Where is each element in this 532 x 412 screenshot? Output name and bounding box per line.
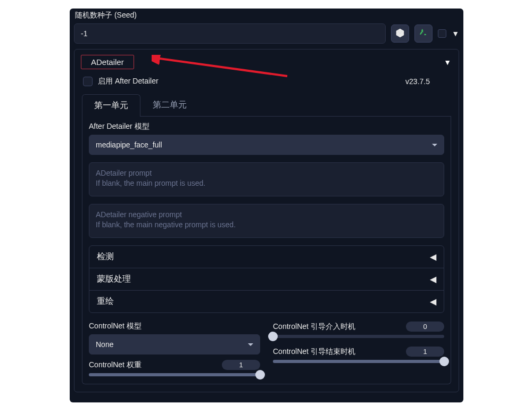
controlnet-guidance-end-value[interactable]: 1	[406, 347, 444, 357]
adetailer-negative-prompt-textarea[interactable]: ADetailer negative prompt If blank, the …	[89, 204, 444, 238]
controlnet-grid: ControlNet 模型 None ControlNet 权重 1	[89, 322, 444, 376]
accordion-inpaint[interactable]: 重绘 ◀	[89, 291, 444, 312]
svg-point-1	[400, 32, 401, 34]
enable-after-detailer-checkbox[interactable]	[83, 77, 93, 86]
adetailer-title: ADetailer	[81, 55, 134, 69]
accordion-mask-label: 蒙版处理	[97, 274, 131, 285]
seed-extras-toggle-icon[interactable]: ▼	[452, 29, 459, 38]
controlnet-model-block: ControlNet 模型 None ControlNet 权重 1	[89, 322, 260, 376]
adetailer-header[interactable]: ADetailer ▼	[79, 55, 454, 69]
seed-row: ▼	[72, 23, 461, 44]
svg-point-2	[398, 31, 399, 32]
caret-left-icon: ◀	[430, 274, 436, 284]
controlnet-model-select[interactable]: None	[89, 334, 260, 355]
tab-unit-2[interactable]: 第二单元	[140, 94, 199, 116]
controlnet-guidance-end-slider[interactable]	[273, 360, 444, 363]
chevron-down-icon	[248, 343, 253, 346]
model-label: After Detailer 模型	[89, 122, 444, 131]
adetailer-accordion: ADetailer ▼ 启用 After Detailer v23.7.5 第一…	[74, 49, 459, 392]
enable-row: 启用 After Detailer v23.7.5	[83, 77, 451, 86]
controlnet-guidance-start-label: ControlNet 引导介入时机	[273, 322, 355, 332]
adetailer-prompt-placeholder-2: If blank, the main prompt is used.	[96, 178, 437, 188]
collapse-icon: ▼	[444, 58, 451, 67]
reuse-seed-button[interactable]	[414, 24, 433, 43]
svg-point-3	[401, 31, 402, 32]
caret-left-icon: ◀	[430, 296, 436, 307]
seed-label: 随机数种子 (Seed)	[75, 11, 461, 20]
accordion-mask[interactable]: 蒙版处理 ◀	[89, 268, 444, 291]
controlnet-weight-value[interactable]: 1	[222, 360, 260, 370]
model-select-value: mediapipe_face_full	[96, 141, 162, 149]
controlnet-guidance-start-value[interactable]: 0	[406, 322, 444, 332]
settings-panel: 随机数种子 (Seed) ▼	[70, 9, 463, 402]
unit-1-body: After Detailer 模型 mediapipe_face_full AD…	[82, 117, 451, 384]
tab-unit-1[interactable]: 第一单元	[82, 94, 140, 117]
controlnet-guidance-block: ControlNet 引导介入时机 0 ControlNet 引导结束时机 1	[273, 322, 444, 376]
adetailer-prompt-placeholder-1: ADetailer prompt	[96, 168, 437, 178]
accordion-detection[interactable]: 检测 ◀	[89, 246, 444, 268]
dice-icon	[395, 28, 405, 39]
enable-after-detailer-label: 启用 After Detailer	[98, 77, 159, 86]
controlnet-model-label: ControlNet 模型	[89, 322, 142, 331]
adetailer-neg-prompt-placeholder-1: ADetailer negative prompt	[96, 210, 437, 220]
adetailer-prompt-textarea[interactable]: ADetailer prompt If blank, the main prom…	[89, 162, 444, 196]
controlnet-guidance-end-label: ControlNet 引导结束时机	[273, 347, 355, 357]
controlnet-guidance-start-slider[interactable]	[273, 335, 444, 338]
chevron-down-icon	[432, 144, 437, 146]
accordion-detection-label: 检测	[97, 251, 114, 262]
controlnet-model-value: None	[96, 340, 113, 349]
caret-left-icon: ◀	[430, 252, 436, 262]
randomize-seed-button[interactable]	[391, 24, 409, 43]
controlnet-weight-slider[interactable]	[89, 373, 260, 376]
seed-input[interactable]	[74, 23, 386, 44]
adetailer-version: v23.7.5	[405, 77, 430, 86]
accordion-inpaint-label: 重绘	[97, 296, 114, 307]
controlnet-weight-label: ControlNet 权重	[89, 360, 142, 370]
extra-seed-checkbox[interactable]	[438, 29, 446, 38]
model-select[interactable]: mediapipe_face_full	[89, 135, 444, 155]
recycle-icon	[419, 28, 428, 39]
adetailer-neg-prompt-placeholder-2: If blank, the main negative prompt is us…	[96, 220, 437, 230]
unit-tabs: 第一单元 第二单元	[82, 94, 451, 117]
adetailer-sub-accordion: 检测 ◀ 蒙版处理 ◀ 重绘 ◀	[89, 245, 444, 313]
